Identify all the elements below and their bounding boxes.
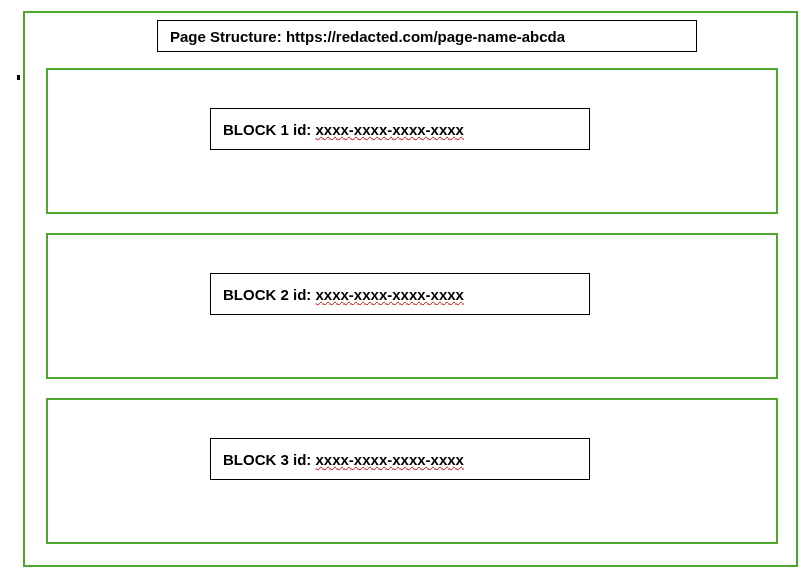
block-3-label: BLOCK 3 id: xxxx-xxxx-xxxx-xxxx	[223, 451, 464, 468]
block-3-prefix: BLOCK 3 id:	[223, 451, 316, 468]
block-3-container: BLOCK 3 id: xxxx-xxxx-xxxx-xxxx	[46, 398, 778, 544]
page-title: Page Structure: https://redacted.com/pag…	[170, 28, 565, 45]
block-3-label-box: BLOCK 3 id: xxxx-xxxx-xxxx-xxxx	[210, 438, 590, 480]
block-2-container: BLOCK 2 id: xxxx-xxxx-xxxx-xxxx	[46, 233, 778, 379]
block-2-prefix: BLOCK 2 id:	[223, 286, 316, 303]
block-2-id-value: xxxx-xxxx-xxxx-xxxx	[316, 286, 464, 303]
block-1-prefix: BLOCK 1 id:	[223, 121, 316, 138]
block-3-id-value: xxxx-xxxx-xxxx-xxxx	[316, 451, 464, 468]
page-title-box: Page Structure: https://redacted.com/pag…	[157, 20, 697, 52]
block-1-label-box: BLOCK 1 id: xxxx-xxxx-xxxx-xxxx	[210, 108, 590, 150]
block-1-label: BLOCK 1 id: xxxx-xxxx-xxxx-xxxx	[223, 121, 464, 138]
block-1-id-value: xxxx-xxxx-xxxx-xxxx	[316, 121, 464, 138]
page-structure-container: Page Structure: https://redacted.com/pag…	[23, 11, 798, 567]
page-title-url: https://redacted.com/page-name-abcda	[286, 28, 565, 45]
block-2-label-box: BLOCK 2 id: xxxx-xxxx-xxxx-xxxx	[210, 273, 590, 315]
page-title-prefix: Page Structure:	[170, 28, 286, 45]
block-1-container: BLOCK 1 id: xxxx-xxxx-xxxx-xxxx	[46, 68, 778, 214]
block-2-label: BLOCK 2 id: xxxx-xxxx-xxxx-xxxx	[223, 286, 464, 303]
side-marker	[17, 75, 20, 80]
